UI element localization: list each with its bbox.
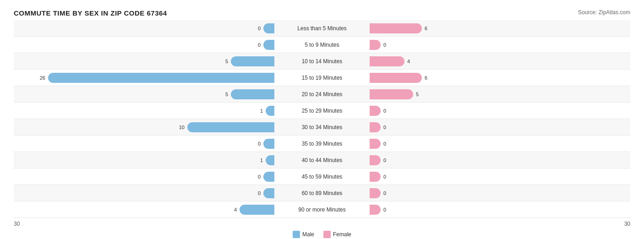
male-value: 0 <box>251 190 261 196</box>
male-bar <box>48 73 274 83</box>
male-value: 0 <box>251 26 261 31</box>
male-value: 0 <box>251 42 261 48</box>
right-bar-container: 6 <box>368 23 630 33</box>
male-bar <box>231 56 274 66</box>
row-label: 15 to 19 Minutes <box>276 75 368 81</box>
chart-row: 0 5 to 9 Minutes 0 <box>14 37 630 53</box>
row-label: 10 to 14 Minutes <box>276 58 368 65</box>
left-bar-container: 0 <box>14 188 276 198</box>
chart-row: 5 10 to 14 Minutes 4 <box>14 53 630 70</box>
right-bar-container: 0 <box>368 40 630 50</box>
male-bar <box>187 122 274 132</box>
female-bar <box>370 73 422 83</box>
female-value: 0 <box>383 141 393 147</box>
female-value: 6 <box>425 75 434 81</box>
left-bar-container: 0 <box>14 139 276 149</box>
row-label: Less than 5 Minutes <box>276 25 368 32</box>
right-bar-container: 0 <box>368 139 630 149</box>
male-bar <box>266 106 274 116</box>
male-bar <box>263 188 274 198</box>
female-bar <box>370 23 422 33</box>
male-value: 1 <box>254 158 263 163</box>
row-label: 35 to 39 Minutes <box>276 141 368 147</box>
chart-row: 10 30 to 34 Minutes 0 <box>14 119 630 136</box>
female-value: 0 <box>383 158 393 163</box>
chart-row: 0 35 to 39 Minutes 0 <box>14 136 630 152</box>
female-value: 0 <box>383 190 393 196</box>
female-value: 0 <box>383 125 393 130</box>
female-value: 0 <box>383 174 393 179</box>
left-bar-container: 1 <box>14 106 276 116</box>
axis-right: 30 <box>366 221 630 227</box>
male-value: 10 <box>175 125 185 130</box>
row-label: 25 to 29 Minutes <box>276 108 368 114</box>
row-label: 30 to 34 Minutes <box>276 124 368 130</box>
chart-row: 0 45 to 59 Minutes 0 <box>14 168 630 185</box>
source-label: Source: ZipAtlas.com <box>578 9 630 16</box>
left-bar-container: 1 <box>14 155 276 165</box>
right-bar-container: 4 <box>368 56 630 66</box>
chart-row: 1 25 to 29 Minutes 0 <box>14 103 630 119</box>
female-bar <box>370 40 381 50</box>
female-bar <box>370 89 413 99</box>
male-value: 0 <box>251 174 261 179</box>
chart-row: 26 15 to 19 Minutes 6 <box>14 70 630 86</box>
female-bar <box>370 172 381 182</box>
chart-row: 1 40 to 44 Minutes 0 <box>14 152 630 168</box>
female-value: 5 <box>416 92 425 97</box>
female-legend-box <box>323 231 331 238</box>
chart-container: COMMUTE TIME BY SEX IN ZIP CODE 67364 So… <box>14 9 630 238</box>
male-bar <box>266 155 274 165</box>
right-bar-container: 6 <box>368 73 630 83</box>
axis-left: 30 <box>14 221 278 227</box>
chart-area: 0 Less than 5 Minutes 6 0 5 to 9 Minutes… <box>14 20 630 218</box>
female-bar <box>370 122 381 132</box>
left-bar-container: 0 <box>14 40 276 50</box>
male-value: 1 <box>254 108 263 114</box>
row-label: 5 to 9 Minutes <box>276 42 368 48</box>
left-bar-container: 4 <box>14 205 276 215</box>
left-bar-container: 5 <box>14 89 276 99</box>
right-bar-container: 0 <box>368 155 630 165</box>
axis-row: 30 30 <box>14 221 630 227</box>
right-bar-container: 0 <box>368 106 630 116</box>
left-bar-container: 0 <box>14 23 276 33</box>
female-bar <box>370 106 381 116</box>
female-bar <box>370 155 381 165</box>
chart-row: 0 Less than 5 Minutes 6 <box>14 20 630 37</box>
left-bar-container: 10 <box>14 122 276 132</box>
female-bar <box>370 56 404 66</box>
male-value: 0 <box>251 141 261 147</box>
male-legend-label: Male <box>302 231 314 238</box>
left-bar-container: 0 <box>14 172 276 182</box>
female-value: 0 <box>383 42 393 48</box>
male-bar <box>263 139 274 149</box>
row-label: 90 or more Minutes <box>276 206 368 213</box>
chart-row: 5 20 to 24 Minutes 5 <box>14 86 630 103</box>
row-label: 60 to 89 Minutes <box>276 190 368 196</box>
legend-female: Female <box>323 231 351 238</box>
male-value: 5 <box>219 92 228 97</box>
right-bar-container: 0 <box>368 122 630 132</box>
left-bar-container: 5 <box>14 56 276 66</box>
female-value: 0 <box>383 108 393 114</box>
female-bar <box>370 205 381 215</box>
male-bar <box>263 172 274 182</box>
right-bar-container: 0 <box>368 205 630 215</box>
male-bar <box>231 89 274 99</box>
legend: Male Female <box>14 231 630 238</box>
male-bar <box>240 205 274 215</box>
chart-row: 0 60 to 89 Minutes 0 <box>14 185 630 201</box>
left-bar-container: 26 <box>14 73 276 83</box>
row-label: 45 to 59 Minutes <box>276 174 368 180</box>
female-value: 0 <box>383 207 393 212</box>
female-bar <box>370 139 381 149</box>
female-bar <box>370 188 381 198</box>
female-legend-label: Female <box>333 231 351 238</box>
female-value: 6 <box>425 26 434 31</box>
male-legend-box <box>293 231 300 238</box>
male-value: 26 <box>36 75 45 81</box>
right-bar-container: 5 <box>368 89 630 99</box>
male-bar <box>263 40 274 50</box>
row-label: 40 to 44 Minutes <box>276 157 368 163</box>
